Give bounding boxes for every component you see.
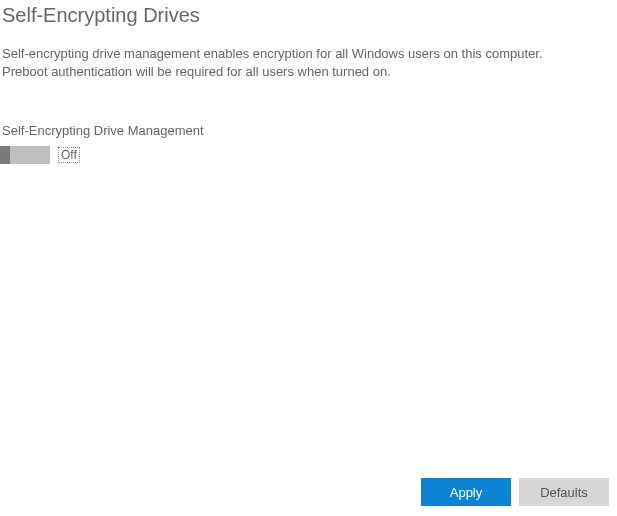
button-bar: Apply Defaults: [421, 478, 609, 506]
page-description: Self-encrypting drive management enables…: [0, 27, 590, 81]
sed-management-toggle[interactable]: [0, 146, 50, 164]
apply-button[interactable]: Apply: [421, 478, 511, 506]
toggle-state-label: Off: [58, 147, 80, 163]
defaults-button[interactable]: Defaults: [519, 478, 609, 506]
toggle-knob-icon: [0, 146, 10, 164]
toggle-row: Off: [0, 138, 617, 164]
page-title: Self-Encrypting Drives: [0, 0, 617, 27]
section-label: Self-Encrypting Drive Management: [0, 81, 617, 138]
